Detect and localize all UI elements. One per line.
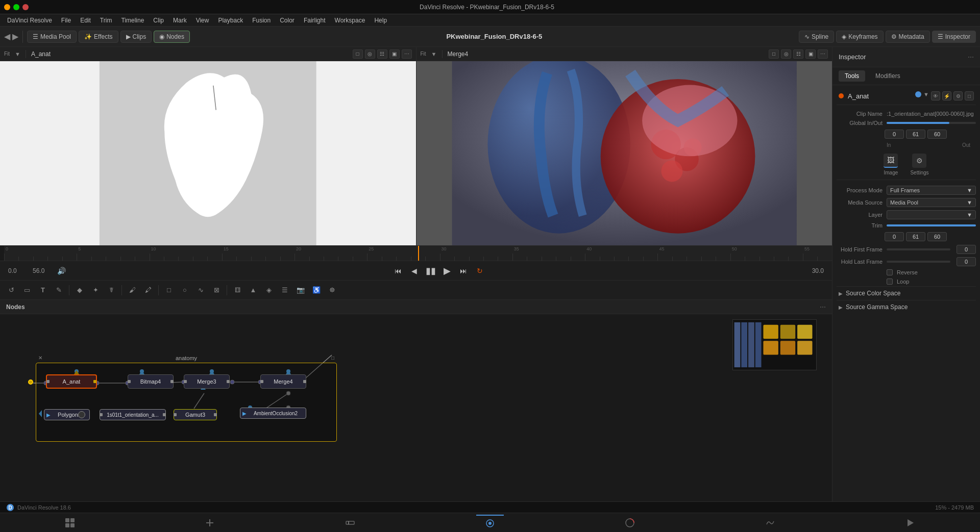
menu-workspace[interactable]: Workspace xyxy=(331,16,370,25)
node-group-expand-btn[interactable]: □ xyxy=(331,355,334,361)
inspector-dot-blue[interactable] xyxy=(915,91,921,97)
inspector-processmode-dropdown[interactable]: Full Frames ▼ xyxy=(887,186,976,195)
viewer-right-btn-3[interactable]: ☷ xyxy=(793,49,803,59)
minimize-btn[interactable] xyxy=(4,4,10,10)
node-Gamut3[interactable]: Gamut3 xyxy=(174,409,217,420)
inspector-loop-checkbox[interactable] xyxy=(887,278,893,285)
loop-btn[interactable]: ↻ xyxy=(474,265,486,277)
inspector-globalinout-row[interactable]: Global In/Out xyxy=(837,118,976,128)
tool-warp[interactable]: ☰ xyxy=(278,283,292,297)
viewer-right-dropdown-icon[interactable]: ▼ xyxy=(431,51,437,57)
viewer-right-btn-more[interactable]: ⋯ xyxy=(818,49,828,59)
volume-icon[interactable]: 🔊 xyxy=(57,267,66,275)
menu-help[interactable]: Help xyxy=(370,16,391,25)
inspector-view-btn[interactable]: 👁 xyxy=(931,91,940,100)
goto-end-btn[interactable]: ⏭ xyxy=(457,265,470,277)
menu-fairlight[interactable]: Fairlight xyxy=(300,16,330,25)
toolbar-nav-prev[interactable]: ◀ xyxy=(4,32,10,41)
tool-tracker[interactable]: ⚅ xyxy=(230,283,244,297)
menu-clip[interactable]: Clip xyxy=(149,16,168,25)
inspector-trim-tc-in[interactable]: 0 xyxy=(885,232,904,241)
inspector-trim-tc-mid[interactable]: 61 xyxy=(906,232,925,241)
menu-timeline[interactable]: Timeline xyxy=(117,16,148,25)
ambient-expand-icon[interactable]: ▶ xyxy=(242,411,247,416)
inspector-btn[interactable]: ☰ Inspector xyxy=(932,31,976,43)
inspector-settings-btn[interactable]: ⚙ xyxy=(953,91,963,100)
inspector-holdfirst-slider[interactable] xyxy=(887,248,950,250)
tab-tools[interactable]: Tools xyxy=(839,70,865,82)
tool-paint[interactable]: ✎ xyxy=(52,283,66,297)
viewer-left-btn-1[interactable]: □ xyxy=(353,49,363,59)
node-Bitmap4[interactable]: Bitmap4 xyxy=(128,374,174,389)
menu-mark[interactable]: Mark xyxy=(169,16,191,25)
inspector-menu-btn[interactable]: ⋯ xyxy=(968,54,974,61)
inspector-dropdown-arrow[interactable]: ▼ xyxy=(923,91,929,100)
tool-particle[interactable]: ◈ xyxy=(262,283,276,297)
node-group-close-btn[interactable]: ✕ xyxy=(38,355,42,361)
inspector-clip-btn[interactable]: ⚡ xyxy=(942,91,951,100)
tool-ellipse[interactable]: ○ xyxy=(178,283,192,297)
tool-bezier[interactable]: ☤ xyxy=(104,283,118,297)
viewer-left-btn-more[interactable]: ⋯ xyxy=(402,49,412,59)
inspector-trim-row[interactable]: Trim xyxy=(837,221,976,230)
inspector-image-tab-btn[interactable]: 🖼 Image xyxy=(884,154,898,175)
nodes-btn[interactable]: ◉ Nodes xyxy=(154,31,190,43)
viewer-left-btn-2[interactable]: ◎ xyxy=(365,49,375,59)
inspector-trim-tc-out[interactable]: 60 xyxy=(927,232,947,241)
menu-trim[interactable]: Trim xyxy=(96,16,116,25)
menu-file[interactable]: File xyxy=(57,16,75,25)
maximize-btn[interactable] xyxy=(13,4,19,10)
viewer-right-btn-2[interactable]: ◎ xyxy=(781,49,791,59)
bottom-nav-fusion[interactable] xyxy=(476,515,504,531)
menu-davinciresol[interactable]: DaVinci Resolve xyxy=(3,16,56,25)
inspector-globalinout-slider[interactable] xyxy=(887,122,976,124)
viewer-left-btn-3[interactable]: ☷ xyxy=(377,49,387,59)
inspector-mediasource-dropdown[interactable]: Media Pool ▼ xyxy=(887,198,976,207)
tool-wave[interactable]: ∿ xyxy=(193,283,208,297)
timeline-ruler[interactable]: 0510152025303540455055 xyxy=(4,246,832,261)
bottom-nav-fairlight[interactable] xyxy=(756,515,784,530)
bottom-nav-media[interactable] xyxy=(56,515,84,530)
bottom-nav-cut[interactable] xyxy=(196,515,224,530)
tool-3d[interactable]: ▲ xyxy=(246,283,260,297)
node-A_anat[interactable]: A_anat xyxy=(46,374,97,389)
menu-edit[interactable]: Edit xyxy=(76,16,95,25)
tab-modifiers[interactable]: Modifiers xyxy=(869,70,906,82)
tool-more[interactable]: ☸ xyxy=(325,283,339,297)
inspector-source-gammaspace-section[interactable]: ▶ Source Gamma Space xyxy=(837,300,976,314)
bottom-nav-color[interactable] xyxy=(616,515,644,530)
clips-btn[interactable]: ▶ Clips xyxy=(120,31,152,43)
tool-rect[interactable]: □ xyxy=(162,283,176,297)
bottom-nav-deliver[interactable] xyxy=(896,515,924,530)
inspector-holdfirst-value[interactable]: 0 xyxy=(957,245,976,254)
close-btn[interactable] xyxy=(22,4,29,10)
inspector-holdlast-slider[interactable] xyxy=(887,261,950,263)
node-Merge3[interactable]: Merge3 xyxy=(184,374,230,389)
inspector-tc-out[interactable]: 60 xyxy=(927,130,947,139)
effects-btn[interactable]: ✨ Effects xyxy=(79,31,118,43)
timeline-area[interactable]: 0510152025303540455055 xyxy=(0,246,832,261)
inspector-tc-in[interactable]: 0 xyxy=(885,130,904,139)
tool-text[interactable]: T xyxy=(36,283,50,297)
media-pool-btn[interactable]: ☰ Media Pool xyxy=(27,31,77,43)
inspector-source-colorspace-section[interactable]: ▶ Source Color Space xyxy=(837,286,976,300)
menu-playback[interactable]: Playback xyxy=(214,16,247,25)
goto-start-btn[interactable]: ⏮ xyxy=(392,265,404,277)
inspector-trim-slider[interactable] xyxy=(887,224,976,226)
inspector-tc-mid[interactable]: 61 xyxy=(906,130,925,139)
tool-dropper[interactable]: 🖍 xyxy=(141,283,155,297)
viewer-right-btn-1[interactable]: □ xyxy=(769,49,779,59)
menu-view[interactable]: View xyxy=(192,16,213,25)
tool-camera[interactable]: 📷 xyxy=(293,283,308,297)
menu-color[interactable]: Color xyxy=(276,16,299,25)
stop-btn[interactable]: ▮▮ xyxy=(425,265,437,277)
tool-polygon[interactable]: ◆ xyxy=(72,283,87,297)
tool-pointer[interactable]: ↺ xyxy=(4,283,18,297)
polygon-options-btn[interactable] xyxy=(78,411,85,418)
spline-btn[interactable]: ∿ Spline xyxy=(799,31,834,43)
playhead[interactable] xyxy=(418,246,419,261)
node-Merge4[interactable]: Merge4 xyxy=(260,374,306,389)
tool-transform[interactable]: ▭ xyxy=(20,283,34,297)
inspector-holdlast-value[interactable]: 0 xyxy=(957,257,976,266)
polygon-expand-icon[interactable]: ▶ xyxy=(46,412,51,418)
